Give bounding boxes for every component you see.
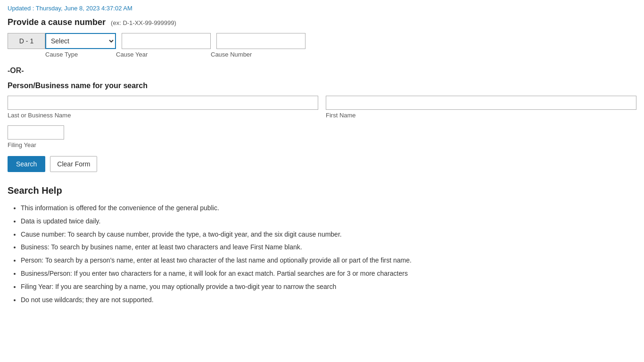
filing-year-group: Filing Year [8,125,636,148]
filing-year-label: Filing Year [8,141,636,148]
person-section-title: Person/Business name for your search [8,82,636,90]
d1-field-group: D - 1 [8,33,45,51]
first-name-input[interactable] [326,96,636,110]
search-help-list: This information is offered for the conv… [8,203,636,305]
cause-number-field-group: Cause Number [211,33,305,58]
help-item-4: Person: To search by a person's name, en… [21,255,636,266]
last-name-input[interactable] [8,96,318,110]
search-button[interactable]: Search [8,156,45,172]
name-row: Last or Business Name First Name [8,96,636,119]
cause-number-label: Cause Number [211,51,305,58]
cause-type-field-group: Select CR CV DC DR FC GN J PR TP Cause T… [45,33,116,58]
help-item-1: Data is updated twice daily. [21,216,636,227]
button-row: Search Clear Form [8,156,636,172]
first-name-field: First Name [326,96,636,119]
search-help-title: Search Help [8,185,636,196]
help-item-5: Business/Person: If you enter two charac… [21,268,636,280]
help-item-6: Filing Year: If you are searching by a n… [21,281,636,293]
cause-number-input[interactable] [216,33,305,49]
or-divider: -OR- [8,66,636,75]
cause-type-select[interactable]: Select CR CV DC DR FC GN J PR TP [45,33,116,49]
help-item-7: Do not use wildcards; they are not suppo… [21,295,636,306]
last-name-field: Last or Business Name [8,96,318,119]
cause-year-label: Cause Year [116,51,211,58]
d1-label: D - 1 [8,33,45,49]
updated-timestamp: Updated : Thursday, June 8, 2023 4:37:02… [8,5,636,12]
last-name-label: Last or Business Name [8,112,318,119]
clear-form-button[interactable]: Clear Form [50,156,97,172]
help-item-3: Business: To search by busines name, ent… [21,242,636,253]
cause-number-example: (ex: D-1-XX-99-999999) [111,19,176,26]
cause-year-input[interactable] [122,33,211,49]
help-item-0: This information is offered for the conv… [21,203,636,214]
cause-year-field-group: Cause Year [116,33,211,58]
cause-number-row: D - 1 Select CR CV DC DR FC GN J PR TP C… [8,33,636,58]
help-item-2: Cause number: To search by cause number,… [21,229,636,240]
cause-type-label: Cause Type [45,51,116,58]
cause-number-section-title: Provide a cause number (ex: D-1-XX-99-99… [8,17,636,27]
filing-year-input[interactable] [8,125,64,140]
first-name-label: First Name [326,112,636,119]
